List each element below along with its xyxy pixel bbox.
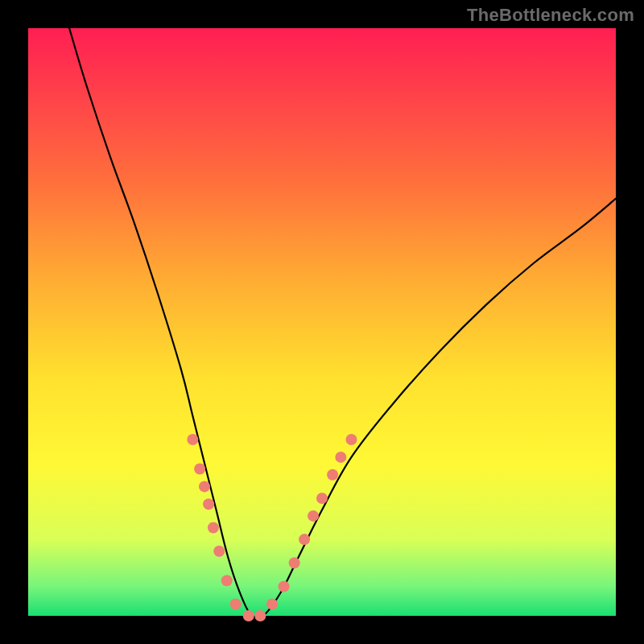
chart-frame: TheBottleneck.com bbox=[0, 0, 644, 644]
marker-dot bbox=[308, 510, 319, 522]
bottleneck-curve bbox=[69, 28, 616, 619]
marker-dot bbox=[266, 598, 278, 609]
marker-dot bbox=[230, 598, 242, 609]
marker-dot bbox=[194, 464, 205, 475]
marker-dot bbox=[208, 522, 219, 534]
curve-svg bbox=[28, 28, 616, 616]
marker-dot bbox=[279, 581, 290, 592]
marker-dot bbox=[335, 452, 346, 463]
watermark-label: TheBottleneck.com bbox=[467, 5, 634, 26]
marker-dot bbox=[221, 575, 233, 586]
marker-dot bbox=[327, 469, 338, 481]
marker-dot bbox=[199, 481, 210, 492]
marker-dot bbox=[203, 498, 214, 510]
marker-dot bbox=[254, 610, 266, 621]
marker-dot bbox=[213, 546, 225, 557]
highlight-markers bbox=[187, 434, 357, 621]
plot-area bbox=[28, 28, 616, 616]
marker-dot bbox=[299, 534, 310, 545]
marker-dot bbox=[346, 434, 357, 445]
marker-dot bbox=[243, 610, 254, 621]
marker-dot bbox=[316, 493, 328, 504]
marker-dot bbox=[187, 434, 198, 445]
marker-dot bbox=[289, 557, 300, 568]
